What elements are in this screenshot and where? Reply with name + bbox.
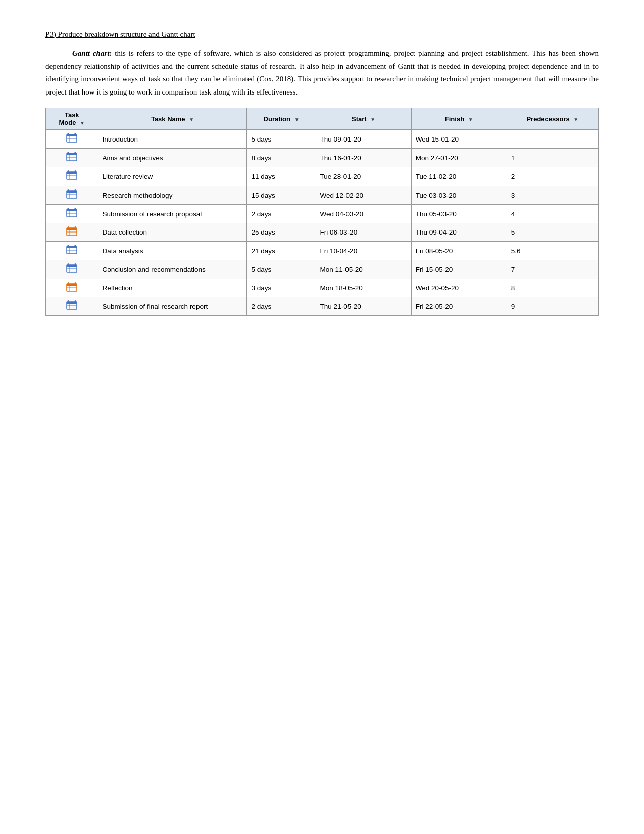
svg-rect-43: [67, 265, 77, 267]
task-mode-cell: [46, 167, 98, 186]
svg-rect-55: [67, 302, 77, 304]
body-paragraph: Gantt chart: this is refers to the type …: [45, 47, 599, 99]
svg-point-53: [75, 282, 76, 284]
col-header-task-name[interactable]: Task Name ▼: [98, 108, 247, 130]
col-header-predecessors[interactable]: Predecessors ▼: [507, 108, 598, 130]
predecessors-cell: 8: [507, 279, 598, 297]
svg-point-29: [75, 208, 76, 209]
task-mode-cell: [46, 186, 98, 205]
finish-cell: Mon 27-01-20: [411, 149, 507, 167]
task-name-cell: Data collection: [98, 223, 247, 242]
predecessors-cell: 1: [507, 149, 598, 167]
table-row: Research methodology15 daysWed 12-02-20T…: [46, 186, 599, 205]
task-mode-icon: [65, 300, 78, 312]
finish-cell: Wed 20-05-20: [411, 279, 507, 297]
finish-cell: Fri 22-05-20: [411, 297, 507, 316]
task-name-cell: Reflection: [98, 279, 247, 297]
task-mode-icon: [65, 208, 78, 220]
table-row: Submission of final research report2 day…: [46, 297, 599, 316]
svg-rect-13: [67, 172, 77, 174]
col-header-finish[interactable]: Finish ▼: [411, 108, 507, 130]
predecessors-cell: 5: [507, 223, 598, 242]
table-row: Introduction5 daysThu 09-01-20Wed 15-01-…: [46, 130, 599, 149]
bold-italic-label: Gantt chart:: [72, 49, 112, 57]
finish-cell: Fri 08-05-20: [411, 242, 507, 260]
task-mode-cell: [46, 149, 98, 167]
task-mode-icon: [65, 170, 78, 182]
table-row: Conclusion and recommendations5 daysMon …: [46, 260, 599, 279]
task-name-cell: Submission of research proposal: [98, 205, 247, 223]
duration-cell: 11 days: [247, 167, 316, 186]
col-header-duration[interactable]: Duration ▼: [247, 108, 316, 130]
duration-cell: 8 days: [247, 149, 316, 167]
table-row: Literature review11 daysTue 28-01-20Tue …: [46, 167, 599, 186]
table-row: Submission of research proposal2 daysWed…: [46, 205, 599, 223]
task-name-cell: Submission of final research report: [98, 297, 247, 316]
start-cell: Fri 06-03-20: [316, 223, 411, 242]
col-header-start[interactable]: Start ▼: [316, 108, 411, 130]
svg-point-40: [68, 245, 69, 246]
task-name-cell: Introduction: [98, 130, 247, 149]
svg-point-59: [75, 300, 76, 302]
predecessors-cell: [507, 130, 598, 149]
svg-rect-37: [67, 246, 77, 248]
table-row: Aims and objectives8 daysThu 16-01-20Mon…: [46, 149, 599, 167]
start-cell: Wed 04-03-20: [316, 205, 411, 223]
task-mode-cell: [46, 223, 98, 242]
task-mode-cell: [46, 260, 98, 279]
start-cell: Thu 09-01-20: [316, 130, 411, 149]
svg-point-22: [68, 189, 69, 191]
task-mode-icon: [65, 282, 78, 294]
section-heading: P3) Produce breakdown structure and Gant…: [45, 30, 599, 39]
svg-point-11: [75, 152, 76, 153]
table-header-row: TaskMode ▼ Task Name ▼ Duration ▼ Start …: [46, 108, 599, 130]
svg-point-10: [68, 152, 69, 153]
svg-point-16: [68, 170, 69, 172]
task-mode-cell: [46, 205, 98, 223]
task-name-cell: Literature review: [98, 167, 247, 186]
svg-point-47: [75, 263, 76, 265]
gantt-table: TaskMode ▼ Task Name ▼ Duration ▼ Start …: [45, 108, 599, 316]
task-mode-icon: [65, 245, 78, 257]
duration-cell: 5 days: [247, 130, 316, 149]
start-cell: Tue 28-01-20: [316, 167, 411, 186]
task-mode-cell: [46, 297, 98, 316]
duration-cell: 21 days: [247, 242, 316, 260]
finish-cell: Thu 09-04-20: [411, 223, 507, 242]
svg-point-52: [68, 282, 69, 284]
svg-point-41: [75, 245, 76, 246]
predecessors-cell: 5,6: [507, 242, 598, 260]
task-name-cell: Conclusion and recommendations: [98, 260, 247, 279]
duration-cell: 2 days: [247, 205, 316, 223]
svg-rect-7: [67, 153, 77, 155]
task-mode-icon: [65, 133, 78, 145]
svg-point-23: [75, 189, 76, 191]
predecessors-cell: 7: [507, 260, 598, 279]
task-mode-icon: [65, 226, 78, 238]
duration-cell: 2 days: [247, 297, 316, 316]
svg-rect-1: [67, 134, 77, 136]
duration-cell: 15 days: [247, 186, 316, 205]
table-row: Data collection25 daysFri 06-03-20Thu 09…: [46, 223, 599, 242]
task-mode-cell: [46, 279, 98, 297]
body-text-remaining: this is refers to the type of software, …: [45, 49, 599, 96]
predecessors-cell: 9: [507, 297, 598, 316]
finish-cell: Wed 15-01-20: [411, 130, 507, 149]
svg-point-58: [68, 300, 69, 302]
finish-cell: Tue 11-02-20: [411, 167, 507, 186]
svg-rect-49: [67, 284, 77, 286]
col-header-task-mode[interactable]: TaskMode ▼: [46, 108, 98, 130]
duration-cell: 25 days: [247, 223, 316, 242]
svg-point-17: [75, 170, 76, 172]
finish-cell: Thu 05-03-20: [411, 205, 507, 223]
predecessors-cell: 2: [507, 167, 598, 186]
svg-point-4: [68, 133, 69, 134]
task-name-cell: Data analysis: [98, 242, 247, 260]
task-name-cell: Aims and objectives: [98, 149, 247, 167]
start-cell: Mon 18-05-20: [316, 279, 411, 297]
table-row: Reflection3 daysMon 18-05-20Wed 20-05-20…: [46, 279, 599, 297]
task-mode-icon: [65, 152, 78, 164]
svg-point-34: [68, 226, 69, 228]
predecessors-cell: 3: [507, 186, 598, 205]
svg-point-46: [68, 263, 69, 265]
